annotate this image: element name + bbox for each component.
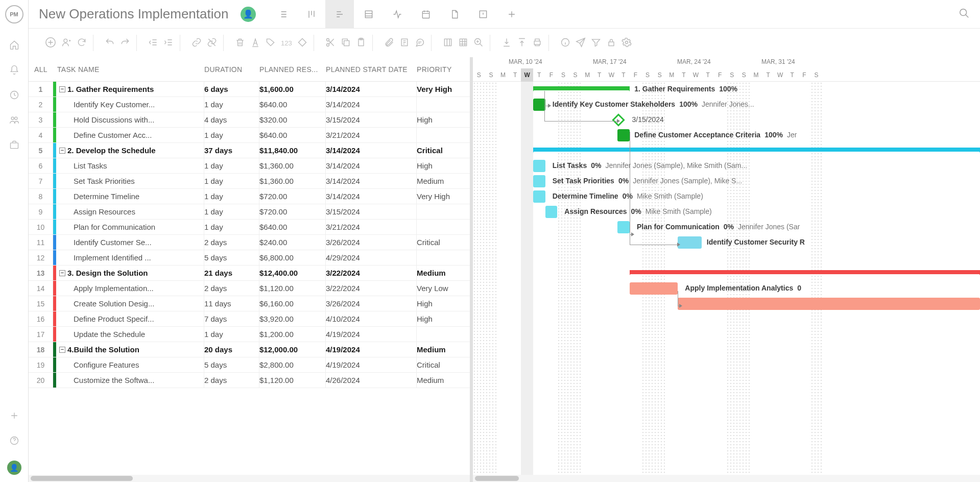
text-format-icon[interactable] [250,37,260,49]
table-row[interactable]: 17Update the Schedule1 day$1,200.004/19/… [29,327,470,342]
gantt-row[interactable]: Define Customer Acceptance Criteria100%J… [473,128,980,143]
export-icon[interactable] [517,37,527,49]
gantt-row[interactable]: Set Task Priorities0%Jennifer Jones (Sam… [473,174,980,189]
clock-icon[interactable] [9,90,19,102]
gantt-row[interactable] [473,143,980,158]
col-priority[interactable]: PRIORITY [417,65,468,74]
gantt-row[interactable] [473,357,980,373]
table-row[interactable]: 4Define Customer Acc...1 day$640.003/21/… [29,128,470,143]
import-icon[interactable] [501,37,512,49]
col-duration[interactable]: DURATION [204,65,259,74]
grid-hscroll[interactable] [29,475,470,482]
project-avatar[interactable]: 👤 [241,7,256,22]
paste-icon[interactable] [356,37,366,49]
table-row[interactable]: 14Apply Implementation...2 days$1,120.00… [29,281,470,296]
settings-icon[interactable] [622,37,632,49]
home-icon[interactable] [9,40,19,52]
gantt-row[interactable]: Assign Resources0%Mike Smith (Sample) [473,204,980,220]
outdent-icon[interactable] [148,37,158,49]
gantt-row[interactable] [473,296,980,311]
assign-icon[interactable] [61,37,71,49]
view-gantt[interactable] [325,0,354,29]
print-icon[interactable] [532,37,542,49]
add-task-icon[interactable] [45,37,56,50]
table-row[interactable]: 11Identify Customer Se...2 days$240.003/… [29,235,470,250]
gantt-body[interactable]: 1. Gather Requirements100%Identify Key C… [473,82,980,475]
table-row[interactable]: 13−3. Design the Solution21 days$12,400.… [29,266,470,281]
help-icon[interactable] [9,436,19,447]
gantt-row[interactable]: Plan for Communication0%Jennifer Jones (… [473,220,980,235]
plus-icon[interactable] [9,411,19,422]
table-row[interactable]: 15Create Solution Desig...11 days$6,160.… [29,296,470,311]
table-row[interactable]: 8Determine Timeline1 day$720.003/14/2024… [29,189,470,204]
cut-icon[interactable] [325,37,336,49]
table-row[interactable]: 7Set Task Priorities1 day$1,360.003/14/2… [29,174,470,189]
briefcase-icon[interactable] [9,140,19,152]
table-row[interactable]: 18−4.Build the Solution20 days$12,000.00… [29,342,470,357]
table-row[interactable]: 16Define Product Specif...7 days$3,920.0… [29,311,470,327]
unlink-icon[interactable] [207,37,217,49]
milestone-icon[interactable] [297,37,307,49]
table-row[interactable]: 1−1. Gather Requirements6 days$1,600.003… [29,82,470,97]
col-start[interactable]: PLANNED START DATE [326,65,417,74]
redo-icon[interactable] [120,37,130,49]
gantt-row[interactable] [473,327,980,342]
comment-icon[interactable] [415,37,425,49]
gantt-row[interactable] [473,311,980,327]
view-add[interactable] [497,0,525,29]
app-logo[interactable]: PM [5,5,23,23]
user-avatar[interactable]: 👤 [7,461,21,475]
gantt-row[interactable] [473,266,980,281]
view-risk[interactable] [468,0,497,29]
trash-icon[interactable] [235,37,245,49]
table-row[interactable]: 19Configure Features5 days$2,800.004/19/… [29,357,470,373]
tag-icon[interactable] [266,37,276,49]
zoom-icon[interactable] [473,37,484,49]
gantt-row[interactable] [473,250,980,266]
collapse-icon[interactable]: − [59,148,65,154]
gantt-row[interactable]: 1. Gather Requirements100% [473,82,980,97]
col-all[interactable]: ALL [29,65,53,74]
attach-icon[interactable] [384,37,394,49]
view-file[interactable] [440,0,468,29]
col-taskname[interactable]: TASK NAME [53,65,204,74]
table-row[interactable]: 6List Tasks1 day$1,360.003/14/2024High [29,158,470,174]
gantt-row[interactable]: Determine Timeline0%Mike Smith (Sample) [473,189,980,204]
table-row[interactable]: 3Hold Discussions with...4 days$320.003/… [29,112,470,128]
note-icon[interactable] [399,37,410,49]
view-board[interactable] [297,0,325,29]
gantt-row[interactable]: Apply Implementation Analytics0 [473,281,980,296]
refresh-icon[interactable] [77,37,87,49]
table-row[interactable]: 9Assign Resources1 day$720.003/15/2024 [29,204,470,220]
table-row[interactable]: 5−2. Develop the Schedule37 days$11,840.… [29,143,470,158]
gantt-row[interactable]: Identify Customer Security R [473,235,980,250]
filter-icon[interactable] [591,37,601,49]
gantt-row[interactable] [473,373,980,388]
table-row[interactable]: 10Plan for Communication1 day$640.003/21… [29,220,470,235]
team-icon[interactable] [9,115,19,127]
search-icon[interactable] [959,8,970,20]
link-icon[interactable] [192,37,202,49]
table-row[interactable]: 2Identify Key Customer...1 day$640.003/1… [29,97,470,112]
gantt-row[interactable] [473,342,980,357]
undo-icon[interactable] [105,37,115,49]
view-list[interactable] [268,0,297,29]
col-cost[interactable]: PLANNED RES... [259,65,326,74]
collapse-icon[interactable]: − [59,270,65,276]
gantt-hscroll[interactable] [473,475,980,482]
view-calendar[interactable] [411,0,440,29]
table-row[interactable]: 20Customize the Softwa...2 days$1,120.00… [29,373,470,388]
columns-icon[interactable] [443,37,453,49]
indent-icon[interactable] [163,37,174,49]
view-workload[interactable] [383,0,411,29]
collapse-icon[interactable]: − [59,347,65,353]
info-icon[interactable] [560,37,570,49]
lock-icon[interactable] [606,37,616,49]
view-sheet[interactable] [354,0,383,29]
gantt-row[interactable]: List Tasks0%Jennifer Jones (Sample), Mik… [473,158,980,174]
copy-icon[interactable] [341,37,351,49]
bell-icon[interactable] [9,65,19,77]
send-icon[interactable] [576,37,586,49]
table-row[interactable]: 12Implement Identified ...5 days$6,800.0… [29,250,470,266]
number-format[interactable]: 123 [281,39,292,47]
